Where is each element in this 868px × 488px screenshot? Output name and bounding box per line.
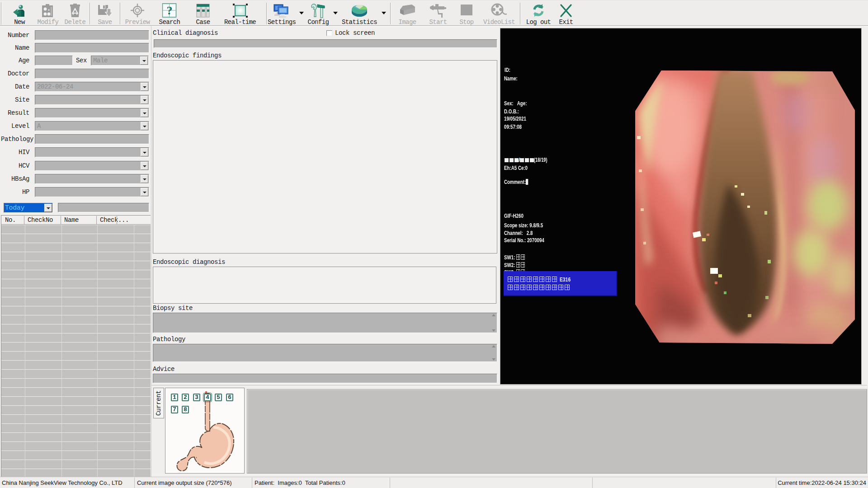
svg-text:?: ? [167, 4, 173, 17]
